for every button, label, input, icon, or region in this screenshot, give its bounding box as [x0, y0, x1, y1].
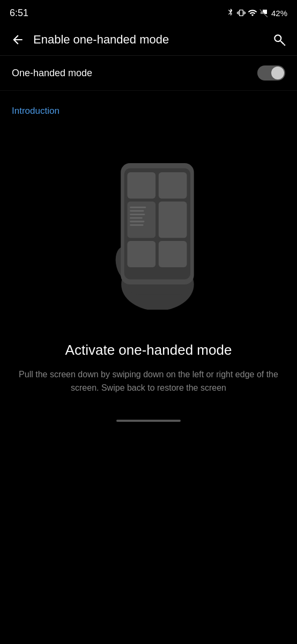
scroll-indicator: [0, 411, 297, 433]
app-header: Enable one-handed mode: [0, 24, 297, 56]
status-bar: 6:51 42%: [0, 0, 297, 24]
list-line-3: [130, 214, 145, 215]
page-title: Enable one-handed mode: [31, 33, 268, 47]
status-time: 6:51: [10, 8, 28, 19]
list-line-6: [130, 224, 143, 226]
status-icons: 42%: [226, 8, 287, 18]
introduction-label: Introduction: [12, 106, 60, 116]
search-icon: [272, 33, 286, 47]
vibrate-icon: [237, 8, 246, 18]
bluetooth-icon: [226, 8, 235, 18]
one-handed-mode-label: One-handed mode: [12, 68, 92, 79]
back-button[interactable]: [4, 28, 31, 51]
mobile-data-icon: [259, 8, 268, 18]
introduction-section: Introduction: [0, 91, 297, 122]
list-line-1: [130, 207, 146, 208]
description-section: Activate one-handed mode Pull the screen…: [0, 326, 297, 411]
search-button[interactable]: [268, 28, 291, 51]
grid-cell-6: [159, 241, 187, 267]
grid-cell-1: [127, 172, 155, 199]
one-handed-mode-row: One-handed mode: [0, 56, 297, 91]
list-line-4: [130, 217, 143, 219]
grid-cell-2: [159, 172, 187, 199]
activate-description: Pull the screen down by swiping down on …: [12, 368, 285, 395]
back-icon: [11, 33, 25, 47]
scroll-bar: [116, 420, 181, 422]
svg-line-0: [284, 44, 285, 45]
toggle-knob: [271, 67, 284, 79]
grid-cell-5: [127, 241, 155, 267]
grid-cell-4: [159, 202, 187, 238]
activate-title: Activate one-handed mode: [12, 342, 285, 358]
phone-hand-illustration: [79, 138, 218, 310]
list-line-5: [130, 221, 144, 222]
illustration-area: [0, 122, 297, 326]
list-line-2: [130, 210, 144, 212]
signal-icon: [248, 8, 257, 18]
battery-text: 42%: [271, 9, 287, 18]
one-handed-mode-toggle[interactable]: [257, 65, 285, 80]
